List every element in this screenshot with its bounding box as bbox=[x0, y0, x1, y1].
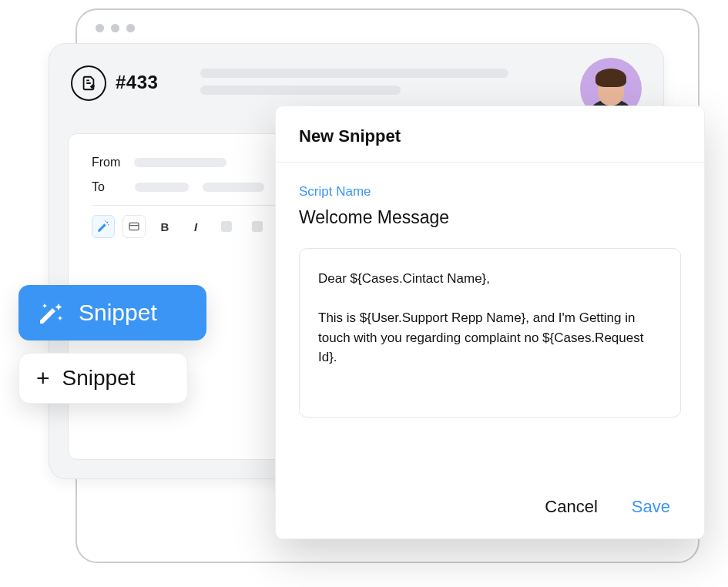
snippet-chip-active[interactable]: Snippet bbox=[18, 285, 206, 340]
snippet-tool-button[interactable] bbox=[92, 215, 115, 238]
case-id: #433 bbox=[116, 72, 158, 93]
snippet-chip-label: Snippet bbox=[79, 300, 157, 326]
window-dot bbox=[126, 24, 135, 32]
save-button[interactable]: Save bbox=[632, 497, 670, 517]
svg-point-1 bbox=[108, 224, 109, 226]
svg-point-0 bbox=[106, 222, 108, 223]
toolbar-placeholder-button[interactable] bbox=[246, 215, 269, 238]
window-controls bbox=[96, 24, 135, 32]
document-edit-icon bbox=[71, 65, 106, 101]
from-value-placeholder bbox=[134, 158, 226, 167]
svg-point-2 bbox=[105, 221, 106, 223]
snippet-body-textarea[interactable]: Dear ${Cases.Cintact Name}, This is ${Us… bbox=[299, 248, 681, 418]
header-placeholder-lines bbox=[200, 69, 508, 95]
window-dot bbox=[111, 24, 119, 32]
pen-sparkle-icon bbox=[35, 297, 66, 328]
modal-body: Script Name Welcome Message Dear ${Cases… bbox=[276, 163, 704, 480]
snippet-chip-label: Snippet bbox=[62, 366, 136, 391]
bold-button[interactable]: B bbox=[153, 215, 176, 238]
to-value-placeholder bbox=[203, 183, 264, 192]
new-snippet-modal: New Snippet Script Name Welcome Message … bbox=[275, 106, 705, 539]
italic-button[interactable]: I bbox=[184, 215, 207, 238]
snippet-chip-add[interactable]: + Snippet bbox=[18, 353, 188, 404]
plus-icon: + bbox=[36, 367, 50, 390]
toolbar-placeholder-button[interactable] bbox=[215, 215, 238, 238]
from-label: From bbox=[92, 156, 120, 169]
script-name-value[interactable]: Welcome Message bbox=[299, 207, 681, 228]
cancel-button[interactable]: Cancel bbox=[545, 497, 597, 517]
modal-title: New Snippet bbox=[276, 106, 704, 163]
svg-rect-3 bbox=[129, 223, 139, 230]
window-dot bbox=[96, 24, 104, 32]
layout-tool-button[interactable] bbox=[122, 215, 146, 238]
modal-footer: Cancel Save bbox=[276, 480, 704, 538]
to-label: To bbox=[92, 180, 121, 194]
to-value-placeholder bbox=[135, 183, 189, 192]
script-name-label: Script Name bbox=[299, 184, 681, 200]
